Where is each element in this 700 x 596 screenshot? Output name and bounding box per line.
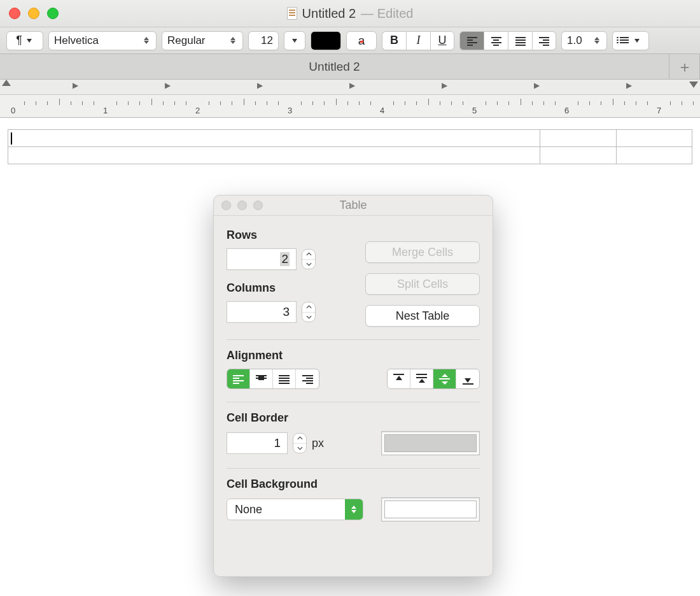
- line-spacing-value: 1.0: [567, 34, 582, 47]
- ruler-label: 4: [380, 106, 384, 115]
- bold-button[interactable]: B: [382, 31, 406, 50]
- border-width-stepper[interactable]: [293, 433, 307, 453]
- merge-cells-button[interactable]: Merge Cells: [365, 241, 480, 263]
- text-style-segment: B I U: [382, 31, 454, 50]
- updown-caret-icon: [142, 37, 151, 44]
- paragraph-align-segment: [459, 31, 556, 50]
- split-cells-button[interactable]: Split Cells: [365, 273, 480, 295]
- color-black-icon: [311, 32, 340, 50]
- rows-columns-section: Rows 2 Columns 3: [227, 225, 480, 340]
- background-fill-value: None: [235, 503, 262, 516]
- cell-valign-top-baseline-button[interactable]: [410, 369, 433, 388]
- panel-body: Rows 2 Columns 3: [214, 216, 493, 547]
- cell-align-justify-button[interactable]: [273, 369, 296, 388]
- font-style-select[interactable]: Regular: [162, 31, 243, 50]
- cell-align-center-button[interactable]: [250, 369, 273, 388]
- align-justify-icon: [515, 37, 526, 45]
- valign-middle-icon: [439, 374, 450, 385]
- horizontal-align-segment: [227, 369, 319, 389]
- cell-align-left-button[interactable]: [227, 369, 250, 388]
- valign-bottom-icon: [463, 374, 473, 385]
- align-center-button[interactable]: [484, 31, 508, 50]
- cell-valign-bottom-button[interactable]: [456, 369, 479, 388]
- window-edit-status: Edited: [377, 6, 414, 20]
- table-row[interactable]: [8, 147, 692, 164]
- ruler-label: 1: [103, 106, 108, 115]
- strikethrough-color-button[interactable]: a: [346, 31, 377, 50]
- chevron-down-icon: [633, 39, 641, 43]
- align-right-button[interactable]: [532, 31, 556, 50]
- cell-valign-top-button[interactable]: [388, 369, 410, 388]
- table-cell[interactable]: [616, 130, 692, 147]
- table-cell[interactable]: [616, 147, 692, 164]
- border-color-well[interactable]: [381, 431, 480, 455]
- rows-value: 2: [280, 252, 290, 266]
- valign-top-icon: [393, 374, 404, 385]
- updown-caret-icon: [345, 499, 363, 520]
- chevron-down-icon: [25, 39, 34, 43]
- background-color-well[interactable]: [381, 497, 480, 522]
- align-justify-button[interactable]: [508, 31, 532, 50]
- ruler-label: 2: [195, 106, 200, 115]
- updown-caret-icon: [592, 37, 601, 44]
- horizontal-ruler[interactable]: 01234567: [0, 95, 700, 118]
- border-step-up[interactable]: [293, 434, 306, 444]
- border-step-down[interactable]: [293, 444, 306, 453]
- new-tab-button[interactable]: ＋: [669, 54, 700, 79]
- rows-field[interactable]: 2: [227, 248, 297, 270]
- first-line-indent-marker[interactable]: [2, 80, 11, 86]
- columns-stepper[interactable]: [302, 302, 316, 322]
- background-fill-select[interactable]: None: [227, 499, 363, 520]
- columns-step-up[interactable]: [302, 302, 315, 313]
- background-color-swatch: [384, 500, 477, 518]
- font-family-select[interactable]: Helvetica: [48, 31, 157, 50]
- italic-button[interactable]: I: [406, 31, 430, 50]
- ruler-label: 3: [288, 106, 292, 115]
- columns-field[interactable]: 3: [227, 301, 297, 323]
- right-indent-marker[interactable]: [689, 82, 698, 88]
- nest-table-button[interactable]: Nest Table: [365, 305, 480, 327]
- cell-valign-middle-button[interactable]: [433, 369, 456, 388]
- list-style-menu[interactable]: [612, 31, 649, 50]
- panel-titlebar[interactable]: Table: [214, 195, 493, 216]
- list-icon: [620, 37, 629, 45]
- zoom-window-button[interactable]: [47, 8, 59, 19]
- align-left-button[interactable]: [459, 31, 484, 50]
- rows-label: Rows: [227, 229, 316, 242]
- rows-step-up[interactable]: [302, 250, 315, 260]
- align-left-icon: [233, 375, 244, 383]
- inserted-table[interactable]: [8, 129, 692, 164]
- table-row[interactable]: [8, 130, 692, 147]
- underline-button[interactable]: U: [430, 31, 454, 50]
- table-cell[interactable]: [8, 130, 540, 147]
- strikethrough-a-icon: a: [358, 34, 365, 48]
- font-size-stepper[interactable]: [284, 31, 305, 50]
- table-cell[interactable]: [540, 130, 616, 147]
- window-traffic-lights: [9, 8, 59, 19]
- document-tab[interactable]: Untitled 2: [0, 54, 669, 79]
- updown-caret-icon: [228, 37, 237, 44]
- minimize-window-button[interactable]: [28, 8, 39, 19]
- border-width-field[interactable]: 1: [227, 432, 288, 454]
- align-center-icon: [491, 37, 501, 45]
- tab-stops-bar[interactable]: [0, 80, 700, 95]
- rows-step-down[interactable]: [302, 260, 315, 269]
- ruler-label: 7: [657, 106, 661, 115]
- font-size-field[interactable]: 12: [248, 31, 279, 50]
- chevron-down-icon: [290, 39, 299, 43]
- paragraph-style-menu[interactable]: ¶: [6, 31, 43, 50]
- align-justify-icon: [279, 375, 290, 383]
- vertical-align-segment: [387, 369, 480, 389]
- columns-step-down[interactable]: [302, 313, 315, 322]
- valign-topbaseline-icon: [416, 374, 427, 385]
- close-window-button[interactable]: [9, 8, 20, 19]
- line-spacing-select[interactable]: 1.0: [561, 31, 607, 50]
- table-cell[interactable]: [8, 147, 540, 164]
- text-color-swatch[interactable]: [311, 31, 341, 50]
- table-cell[interactable]: [540, 147, 616, 164]
- format-toolbar: ¶ Helvetica Regular 12 a B I U: [0, 27, 700, 54]
- cell-border-section: Cell Border 1 px: [227, 402, 480, 469]
- cell-align-right-button[interactable]: [296, 369, 319, 388]
- rows-stepper[interactable]: [302, 249, 316, 269]
- document-tab-label: Untitled 2: [309, 60, 360, 74]
